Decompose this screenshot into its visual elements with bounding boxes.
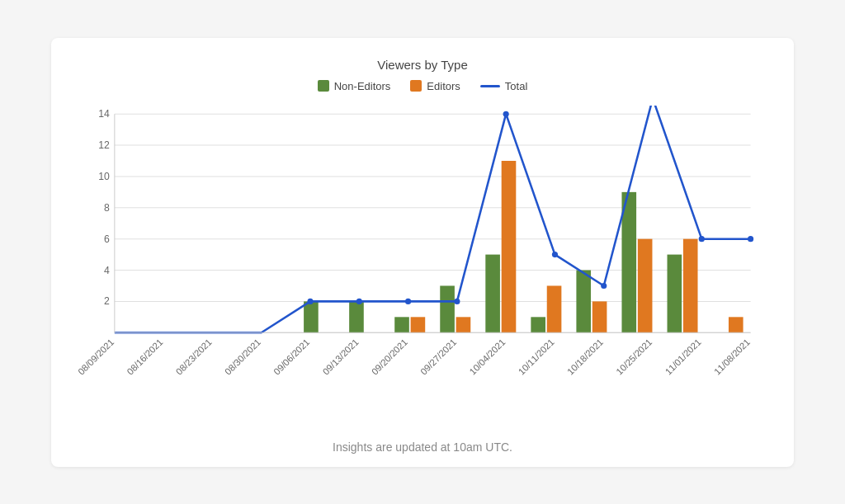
chart-legend: Non-Editors Editors Total bbox=[318, 80, 528, 92]
svg-rect-29 bbox=[668, 254, 682, 332]
svg-text:2: 2 bbox=[104, 295, 110, 307]
svg-rect-27 bbox=[621, 191, 636, 332]
svg-text:14: 14 bbox=[98, 108, 110, 120]
svg-rect-20 bbox=[456, 317, 471, 332]
svg-point-35 bbox=[454, 298, 460, 304]
svg-text:08/09/2021: 08/09/2021 bbox=[78, 337, 116, 376]
svg-text:4: 4 bbox=[104, 264, 110, 276]
footer-note: Insights are updated at 10am UTC. bbox=[333, 440, 512, 454]
chart-container: Viewers by Type Non-Editors Editors Tota… bbox=[51, 38, 794, 467]
svg-rect-23 bbox=[531, 317, 545, 332]
svg-text:08/23/2021: 08/23/2021 bbox=[174, 337, 214, 376]
svg-text:09/13/2021: 09/13/2021 bbox=[321, 337, 361, 376]
svg-rect-22 bbox=[502, 160, 517, 332]
legend-total: Total bbox=[480, 80, 527, 92]
svg-text:09/20/2021: 09/20/2021 bbox=[370, 337, 409, 376]
legend-non-editors: Non-Editors bbox=[318, 80, 391, 92]
svg-text:12: 12 bbox=[98, 139, 110, 151]
svg-point-40 bbox=[699, 236, 705, 242]
svg-rect-16 bbox=[349, 301, 364, 332]
editors-swatch bbox=[410, 80, 422, 92]
svg-text:8: 8 bbox=[104, 201, 110, 213]
chart-svg-area: 246810121408/09/202108/16/202108/23/2021… bbox=[78, 106, 767, 426]
non-editors-label: Non-Editors bbox=[334, 80, 391, 92]
svg-point-41 bbox=[748, 236, 753, 242]
svg-rect-21 bbox=[485, 254, 500, 332]
svg-point-33 bbox=[356, 298, 362, 304]
svg-rect-28 bbox=[638, 238, 653, 332]
svg-text:08/30/2021: 08/30/2021 bbox=[223, 337, 262, 376]
svg-text:11/08/2021: 11/08/2021 bbox=[712, 337, 752, 376]
chart-title: Viewers by Type bbox=[377, 58, 468, 72]
svg-rect-15 bbox=[304, 301, 319, 332]
svg-point-38 bbox=[601, 282, 607, 288]
svg-rect-30 bbox=[683, 238, 698, 332]
svg-text:10/04/2021: 10/04/2021 bbox=[467, 337, 507, 376]
svg-text:08/16/2021: 08/16/2021 bbox=[125, 337, 164, 376]
svg-text:10/11/2021: 10/11/2021 bbox=[517, 337, 556, 376]
svg-text:6: 6 bbox=[104, 233, 110, 244]
svg-text:10/18/2021: 10/18/2021 bbox=[565, 337, 605, 376]
chart-svg: 246810121408/09/202108/16/202108/23/2021… bbox=[78, 106, 767, 408]
svg-rect-25 bbox=[576, 270, 591, 332]
svg-rect-18 bbox=[411, 317, 426, 332]
svg-rect-26 bbox=[592, 301, 607, 332]
total-label: Total bbox=[505, 80, 527, 92]
svg-rect-31 bbox=[729, 317, 744, 332]
svg-text:09/27/2021: 09/27/2021 bbox=[418, 337, 458, 376]
svg-point-36 bbox=[503, 111, 509, 116]
svg-rect-19 bbox=[440, 285, 455, 332]
legend-editors: Editors bbox=[410, 80, 460, 92]
svg-text:10/25/2021: 10/25/2021 bbox=[614, 337, 654, 376]
svg-point-34 bbox=[405, 298, 411, 304]
svg-text:09/06/2021: 09/06/2021 bbox=[271, 337, 311, 376]
non-editors-swatch bbox=[318, 80, 329, 92]
svg-point-32 bbox=[307, 298, 313, 304]
svg-rect-17 bbox=[394, 317, 409, 332]
svg-text:10: 10 bbox=[98, 171, 110, 182]
total-line-swatch bbox=[480, 85, 500, 87]
editors-label: Editors bbox=[427, 80, 460, 92]
svg-rect-24 bbox=[547, 285, 562, 332]
svg-text:11/01/2021: 11/01/2021 bbox=[663, 337, 703, 376]
svg-point-37 bbox=[552, 252, 558, 257]
